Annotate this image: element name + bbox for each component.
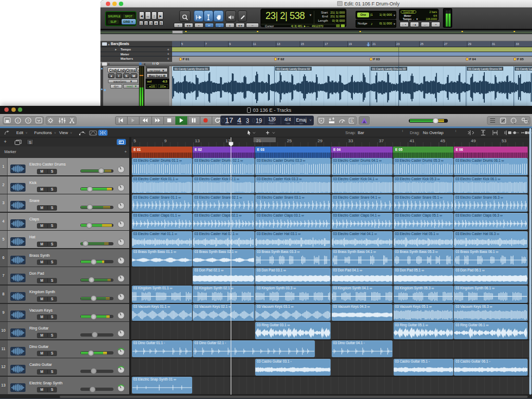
svg-text:i: i (17, 119, 18, 123)
svg-text:?: ? (27, 119, 29, 123)
svg-text:S: S (350, 119, 353, 123)
